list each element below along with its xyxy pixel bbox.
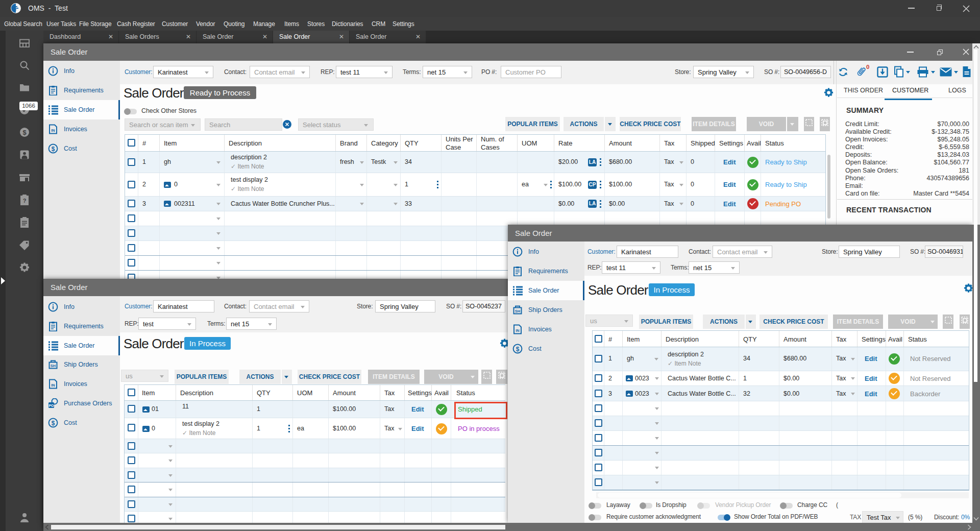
svg-text:$: $	[52, 146, 55, 153]
svg-text:IN: IN	[51, 383, 55, 388]
svg-text:SH: SH	[51, 364, 56, 368]
svg-text:$: $	[22, 129, 27, 136]
svg-text:?: ?	[23, 198, 27, 204]
svg-text:IN: IN	[51, 128, 55, 133]
svg-text:$: $	[516, 346, 520, 353]
svg-text:$: $	[52, 420, 55, 427]
svg-text:SH: SH	[515, 309, 520, 313]
svg-text:IN: IN	[516, 328, 520, 333]
svg-text:PO: PO	[48, 404, 54, 407]
